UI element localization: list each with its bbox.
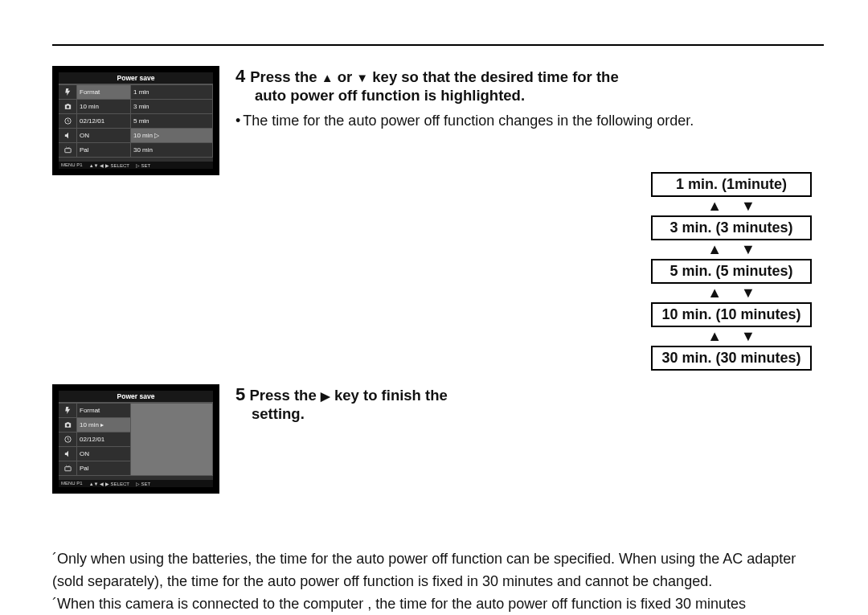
seq-arrows-3: ▲▼ — [651, 285, 812, 301]
screen1-row1-left: 10 min — [77, 100, 131, 114]
screen2-footer: MENU P1 ▲▼ ◀ ▶ SELECT ▷ SET — [59, 480, 213, 487]
clock-icon — [59, 114, 77, 129]
step5-heading: 5 Press the ▶ key to finish the setting. — [235, 384, 557, 423]
step4-note: •The time for the auto power off functio… — [235, 111, 824, 130]
screen2-row0-left: Format — [77, 404, 131, 418]
screen1-row2-left: 02/12/01 — [77, 114, 131, 129]
seq-arrows-4: ▲▼ — [651, 328, 812, 345]
screen2-row2-left: 02/12/01 — [77, 433, 131, 447]
screen1-row2-right: 5 min — [131, 114, 213, 129]
tv-icon — [59, 143, 77, 158]
lcd-screenshot-2: Power save Format 10 min ▸ — [52, 384, 219, 494]
screen2-title: Power save — [59, 391, 213, 403]
note-1: ´Only when using the batteries, the time… — [52, 548, 824, 593]
screen2-right-panel — [131, 404, 213, 476]
screen1-row4-right: 30 min — [131, 143, 213, 158]
screen2-row1-left: 10 min ▸ — [77, 418, 131, 433]
camera-icon — [59, 100, 77, 114]
step4-heading: 4Press the ▲ or ▼ key so that the desire… — [235, 66, 824, 105]
seq-5min: 5 min. (5 minutes) — [651, 259, 812, 284]
screen1-row3-right: 10 min ▷ — [131, 129, 213, 143]
seq-arrows-1: ▲▼ — [651, 198, 812, 215]
seq-arrows-2: ▲▼ — [651, 241, 812, 258]
screen1-row0-right: 1 min — [131, 85, 213, 100]
footnotes: ´Only when using the batteries, the time… — [52, 548, 824, 615]
clock-icon — [59, 433, 77, 447]
seq-30min: 30 min. (30 minutes) — [651, 346, 812, 371]
screen1-row0-left: Format — [77, 85, 131, 100]
time-sequence: 1 min. (1minute) ▲▼ 3 min. (3 minutes) ▲… — [651, 172, 812, 371]
seq-1min: 1 min. (1minute) — [651, 172, 812, 197]
right-arrow-icon: ▷ — [154, 132, 159, 139]
screen1-row3-left: ON — [77, 129, 131, 143]
note-2: ´When this camera is connected to the co… — [52, 593, 824, 615]
screen1-row1-right: 3 min — [131, 100, 213, 114]
svg-rect-3 — [64, 467, 70, 471]
screen2-row4-left: Pal — [77, 461, 131, 476]
screen2-row3-left: ON — [77, 447, 131, 461]
seq-3min: 3 min. (3 minutes) — [651, 215, 812, 240]
tv-icon — [59, 461, 77, 476]
right-arrow-icon: ▸ — [100, 421, 104, 428]
horizontal-rule — [52, 44, 824, 46]
sound-icon — [59, 447, 77, 461]
up-triangle-icon: ▲ — [321, 71, 334, 84]
down-triangle-icon: ▼ — [356, 71, 368, 84]
svg-rect-1 — [64, 149, 70, 153]
lcd-screenshot-1: Power save Format 1 min 10 min 3 min — [52, 66, 219, 175]
screen1-footer: MENU P1 ▲▼ ◀ ▶ SELECT ▷ SET — [59, 162, 213, 169]
flash-icon — [59, 404, 77, 418]
right-triangle-icon: ▶ — [321, 389, 330, 403]
seq-10min: 10 min. (10 minutes) — [651, 302, 812, 327]
screen1-title: Power save — [59, 72, 213, 84]
flash-icon — [59, 85, 77, 100]
screen1-row4-left: Pal — [77, 143, 131, 158]
camera-icon — [59, 418, 77, 433]
sound-icon — [59, 129, 77, 143]
